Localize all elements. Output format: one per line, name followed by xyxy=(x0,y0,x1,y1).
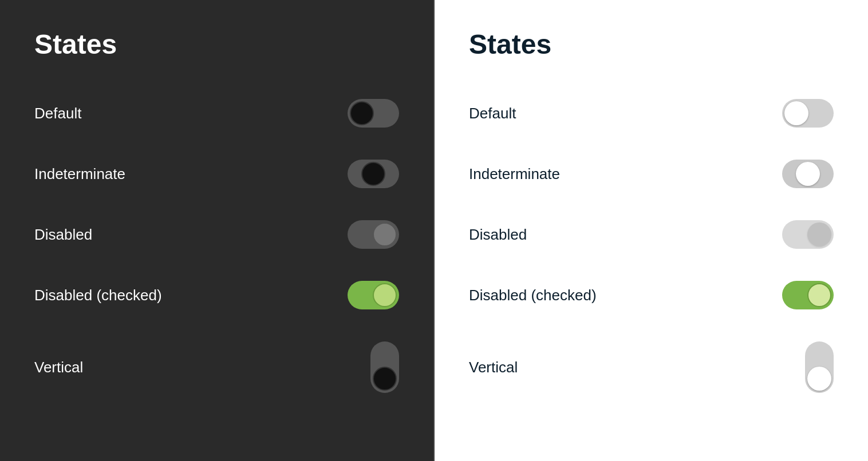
dark-vertical-track xyxy=(370,341,399,393)
light-panel: States Default Indeterminate Disabled xyxy=(435,0,868,461)
dark-disabled-checked-toggle-wrapper xyxy=(330,281,399,309)
dark-disabled-thumb xyxy=(373,222,397,247)
light-default-toggle[interactable] xyxy=(782,99,834,128)
dark-default-track xyxy=(348,99,399,128)
dark-panel-title: States xyxy=(34,29,399,60)
dark-disabled-toggle xyxy=(348,220,399,249)
light-default-row: Default xyxy=(469,83,834,144)
dark-disabled-row: Disabled xyxy=(34,204,399,265)
dark-disabled-label: Disabled xyxy=(34,226,92,244)
light-disabled-thumb xyxy=(807,222,831,247)
dark-disabled-checked-toggle xyxy=(348,281,399,309)
light-default-label: Default xyxy=(469,105,516,122)
light-indeterminate-thumb xyxy=(796,162,820,186)
light-default-toggle-wrapper xyxy=(765,99,834,128)
dark-panel: States Default Indeterminate Disabled xyxy=(0,0,433,461)
dark-disabled-toggle-wrapper xyxy=(330,220,399,249)
dark-vertical-label: Vertical xyxy=(34,359,83,376)
light-disabled-checked-label: Disabled (checked) xyxy=(469,287,597,304)
light-disabled-toggle-wrapper xyxy=(765,220,834,249)
dark-disabled-track xyxy=(348,220,399,249)
light-vertical-label: Vertical xyxy=(469,359,518,376)
light-disabled-checked-thumb xyxy=(807,283,831,307)
dark-disabled-checked-thumb xyxy=(373,283,397,307)
light-vertical-thumb xyxy=(807,367,831,391)
light-vertical-toggle-wrapper xyxy=(765,341,834,393)
dark-default-toggle[interactable] xyxy=(348,99,399,128)
dark-disabled-checked-row: Disabled (checked) xyxy=(34,265,399,325)
light-vertical-toggle[interactable] xyxy=(805,341,834,393)
light-indeterminate-row: Indeterminate xyxy=(469,144,834,204)
light-indeterminate-toggle[interactable] xyxy=(782,160,834,188)
dark-indeterminate-toggle[interactable] xyxy=(348,160,399,188)
light-indeterminate-toggle-wrapper xyxy=(765,160,834,188)
light-indeterminate-track xyxy=(782,160,834,188)
dark-indeterminate-track xyxy=(348,160,399,188)
light-disabled-row: Disabled xyxy=(469,204,834,265)
dark-vertical-row: Vertical xyxy=(34,325,399,409)
light-disabled-checked-row: Disabled (checked) xyxy=(469,265,834,325)
light-default-track xyxy=(782,99,834,128)
dark-disabled-checked-track xyxy=(348,281,399,309)
light-vertical-track xyxy=(805,341,834,393)
dark-disabled-checked-label: Disabled (checked) xyxy=(34,287,162,304)
light-panel-title: States xyxy=(469,29,834,60)
light-disabled-checked-track xyxy=(782,281,834,309)
dark-default-row: Default xyxy=(34,83,399,144)
dark-default-thumb xyxy=(350,101,374,125)
light-disabled-label: Disabled xyxy=(469,226,527,244)
dark-default-toggle-wrapper xyxy=(330,99,399,128)
dark-vertical-toggle-wrapper xyxy=(330,341,399,393)
dark-vertical-thumb xyxy=(373,367,397,391)
dark-indeterminate-label: Indeterminate xyxy=(34,165,125,183)
dark-indeterminate-row: Indeterminate xyxy=(34,144,399,204)
light-disabled-checked-toggle xyxy=(782,281,834,309)
light-disabled-checked-toggle-wrapper xyxy=(765,281,834,309)
dark-indeterminate-thumb xyxy=(361,162,385,186)
light-disabled-toggle xyxy=(782,220,834,249)
light-disabled-track xyxy=(782,220,834,249)
light-indeterminate-label: Indeterminate xyxy=(469,165,560,183)
light-vertical-row: Vertical xyxy=(469,325,834,409)
dark-default-label: Default xyxy=(34,105,81,122)
dark-vertical-toggle[interactable] xyxy=(370,341,399,393)
dark-indeterminate-toggle-wrapper xyxy=(330,160,399,188)
light-default-thumb xyxy=(784,101,808,125)
